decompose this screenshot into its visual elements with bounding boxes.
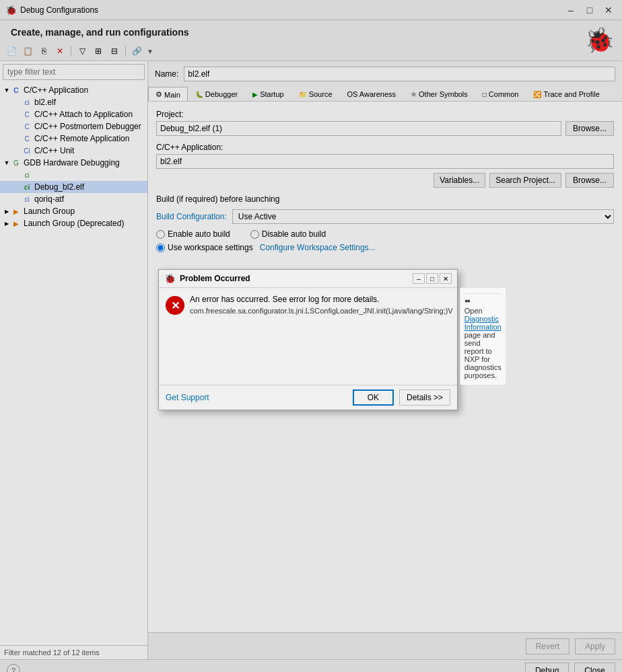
tabs-bar: ⚙ Main 🐛 Debugger ▶ Startup 📁 Source OS … [148,87,622,102]
tree-item-postmortem[interactable]: C C/C++ Postmortem Debugger [0,120,147,133]
project-input[interactable] [156,121,561,136]
duplicate-button[interactable]: ⎘ [36,44,51,59]
build-label: Build (if required) before launching [156,194,614,204]
build-section: Build (if required) before launching Bui… [156,194,614,252]
filter-input[interactable] [3,64,145,80]
tree-icon-launch-group: ▶ [11,206,22,217]
cpp-app-row: C/C++ Application: Variables... Search P… [156,143,614,188]
dialog-restore-button[interactable]: □ [426,273,438,284]
tree-icon-unit: Ci [22,145,32,156]
project-label: Project: [156,110,614,119]
bottom-action-buttons: Debug Close [525,663,615,673]
close-window-button[interactable]: ✕ [600,3,617,17]
dialog-title-bar: 🐞 Problem Occurred – □ ✕ [159,270,457,288]
dialog-ok-button[interactable]: OK [353,389,394,406]
dialog-details-button[interactable]: Details >> [399,389,450,406]
tab-debugger-icon: 🐛 [195,91,203,98]
search-project-button[interactable]: Search Project... [489,173,561,188]
filter-count: Filter matched 12 of 12 items [4,648,100,657]
tree-arrow-c-cpp-app: ▼ [3,87,11,94]
revert-button[interactable]: Revert [526,638,569,655]
error-title: An error has occurred. See error log for… [190,295,453,304]
link-button[interactable]: 🔗 [129,44,144,59]
project-input-row: Browse... [156,121,614,136]
build-config-row: Build Configuration: Use Active Select A… [156,209,614,224]
maximize-button[interactable]: □ [582,3,598,17]
tree-item-gdb-child1[interactable]: ci [0,169,147,181]
tree-label-postmortem: C/C++ Postmortem Debugger [34,122,141,131]
collapse-button[interactable]: ⊟ [107,44,122,59]
build-config-link[interactable]: Build Configuration: [156,212,227,221]
diagnostic-info-link[interactable]: Diagnostic Information [464,315,502,331]
use-workspace-radio[interactable]: Use workspace settings [156,243,253,252]
minimize-button[interactable]: – [563,3,579,17]
tree-item-launch-group-dep[interactable]: ▶ ▶ Launch Group (Deprecated) [0,217,147,229]
tree-item-launch-group[interactable]: ▶ ▶ Launch Group [0,205,147,217]
tree-label-gdb-hw: GDB Hardware Debugging [24,158,120,167]
tab-main[interactable]: ⚙ Main [148,87,188,102]
dialog-close-button[interactable]: ✕ [440,273,452,284]
variables-button[interactable]: Variables... [434,173,485,188]
tab-other-symbols-icon: ⚛ [411,91,417,98]
close-button[interactable]: Close [574,663,615,673]
tree-item-c-cpp-app[interactable]: ▼ C C/C++ Application [0,84,147,96]
tree-label-launch-group-dep: Launch Group (Deprecated) [24,219,124,228]
disable-auto-build-input[interactable] [250,230,259,239]
filter-button[interactable]: ▽ [75,44,90,59]
new-type-button[interactable]: 📋 [20,44,35,59]
use-workspace-input[interactable] [156,244,165,252]
tab-source[interactable]: 📁 Source [291,87,340,101]
tab-common[interactable]: □ Common [475,87,526,101]
tab-other-symbols[interactable]: ⚛ Other Symbols [403,87,475,101]
enable-auto-build-input[interactable] [156,230,165,239]
tree-icon-qoriq: ci [22,194,32,204]
name-label: Name: [155,69,178,79]
cpp-app-label: C/C++ Application: [156,143,614,152]
dialog-title-icon: 🐞 [164,273,176,284]
tab-debugger-label: Debugger [205,90,238,98]
tree-item-unit[interactable]: Ci C/C++ Unit [0,145,147,157]
tree-item-remote[interactable]: C C/C++ Remote Application [0,133,147,145]
build-config-select[interactable]: Use Active Select Automatically Debug Re… [232,209,614,224]
name-input[interactable] [184,67,615,81]
dialog-title-controls: – □ ✕ [413,273,452,284]
tree-label-c-cpp-app: C/C++ Application [24,85,88,95]
help-button[interactable]: ? [7,664,20,673]
enable-auto-build-radio[interactable]: Enable auto build [156,229,230,239]
debug-button[interactable]: Debug [525,663,569,673]
disable-auto-build-radio[interactable]: Disable auto build [250,229,326,239]
new-config-button[interactable]: 📄 [4,44,19,59]
tab-common-label: Common [489,90,519,98]
tree-icon-c-cpp-app: C [11,85,22,96]
tab-common-icon: □ [483,91,487,98]
dropdown-arrow[interactable]: ▼ [147,48,153,55]
tab-trace-profile[interactable]: 🔀 Trace and Profile [526,87,607,101]
project-browse-button[interactable]: Browse... [565,121,614,136]
tree-item-bl2-elf[interactable]: ci bl2.elf [0,96,147,108]
cpp-app-input[interactable] [156,154,614,169]
apply-button[interactable]: Apply [575,638,615,655]
tree-label-remote: C/C++ Remote Application [34,134,129,143]
delete-button[interactable]: ✕ [53,44,67,59]
tree-item-debug-bl2[interactable]: ci Debug_bl2.elf [0,181,147,193]
cpp-browse-button[interactable]: Browse... [565,173,614,188]
toolbar: 📄 📋 ⎘ ✕ ▽ ⊞ ⊟ 🔗 ▼ [0,42,622,61]
tree-item-qoriq[interactable]: ci qoriq-atf [0,193,147,205]
tab-debugger[interactable]: 🐛 Debugger [188,87,245,101]
right-panel-open-text: Open [464,307,483,315]
title-bar-controls: – □ ✕ [563,3,617,17]
get-support-link[interactable]: Get Support [166,393,209,402]
tree-arrow-launch-group-dep: ▶ [3,221,11,227]
cpp-app-section: Variables... Search Project... Browse... [156,154,614,188]
expand-button[interactable]: ⊞ [91,44,106,59]
tab-os-awareness[interactable]: OS Awareness [340,87,404,101]
tab-startup-icon: ▶ [252,91,258,98]
tree-icon-launch-group-dep: ▶ [11,218,22,229]
tree-item-attach[interactable]: C C/C++ Attach to Application [0,108,147,120]
dialog-minimize-button[interactable]: – [413,273,425,284]
configure-workspace-link[interactable]: Configure Workspace Settings... [260,243,376,252]
enable-auto-build-label: Enable auto build [168,229,230,239]
tree-icon-debug-bl2: ci [22,182,32,192]
tree-item-gdb-hw[interactable]: ▼ G GDB Hardware Debugging [0,157,147,169]
tab-startup[interactable]: ▶ Startup [245,87,291,101]
